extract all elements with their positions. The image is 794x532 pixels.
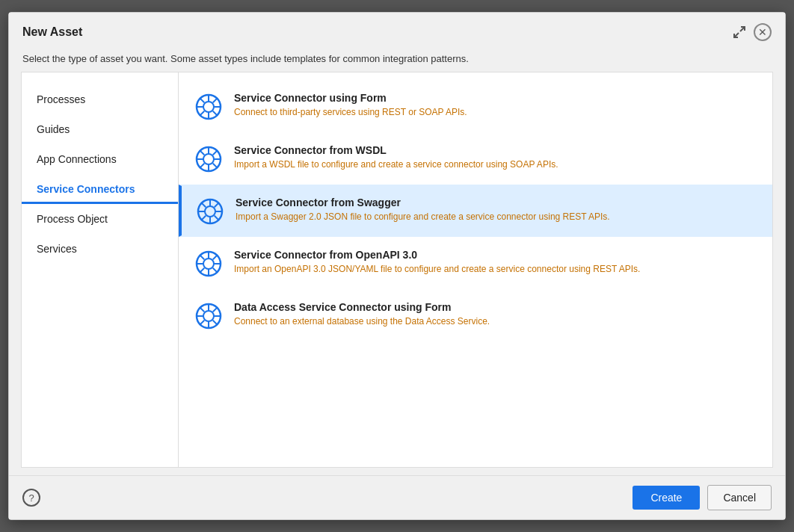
dialog-footer: ? Create Cancel [9,475,785,519]
asset-icon-sc-swagger [197,198,224,225]
svg-point-13 [203,154,214,164]
help-button[interactable]: ? [22,489,40,507]
svg-line-28 [201,202,206,207]
sidebar-item-processes[interactable]: Processes [22,84,178,114]
svg-line-19 [213,164,218,168]
svg-line-48 [200,307,204,312]
asset-desc-sc-openapi: Import an OpenAPI 3.0 JSON/YAML file to … [234,264,640,274]
svg-line-18 [200,150,204,155]
dialog-title: New Asset [22,25,82,39]
header-controls: ✕ [731,23,772,41]
svg-line-11 [200,111,204,116]
svg-point-23 [205,206,215,217]
svg-line-21 [200,164,204,168]
asset-item-sc-openapi[interactable]: Service Connector from OpenAPI 3.0 Impor… [179,237,772,289]
sidebar-item-app-connections[interactable]: App Connections [22,144,178,174]
svg-point-33 [203,259,214,269]
asset-text-sc-form: Service Connector using Form Connect to … [234,92,467,117]
svg-line-10 [213,98,218,102]
svg-line-20 [213,150,218,155]
dialog-body: Processes Guides App Connections Service… [9,72,785,475]
svg-line-8 [200,98,204,102]
inner-panel: Processes Guides App Connections Service… [21,72,773,468]
svg-line-51 [200,321,204,325]
asset-desc-sc-swagger: Import a Swagger 2.0 JSON file to config… [236,211,610,222]
asset-text-sc-wsdl: Service Connector from WSDL Import a WSD… [234,144,558,170]
asset-text-sc-das: Data Access Service Connector using Form… [234,301,490,327]
create-button[interactable]: Create [633,486,700,510]
svg-line-41 [200,268,204,273]
asset-title-sc-swagger: Service Connector from Swagger [236,197,610,208]
svg-line-49 [213,321,218,325]
asset-item-sc-das[interactable]: Data Access Service Connector using Form… [179,289,772,341]
svg-point-3 [203,102,214,112]
content-area: Service Connector using Form Connect to … [179,72,772,467]
asset-desc-sc-form: Connect to third-party services using RE… [234,107,467,117]
sidebar-item-guides[interactable]: Guides [22,114,178,144]
asset-icon-sc-wsdl [195,146,222,173]
svg-line-40 [213,255,218,259]
asset-item-sc-wsdl[interactable]: Service Connector from WSDL Import a WSD… [179,132,772,185]
svg-point-43 [203,311,214,321]
dialog-header: New Asset ✕ [9,13,785,49]
asset-title-sc-das: Data Access Service Connector using Form [234,301,490,313]
svg-line-31 [201,216,206,220]
asset-desc-sc-wsdl: Import a WSDL file to configure and crea… [234,159,558,170]
asset-icon-sc-form [195,93,222,120]
asset-desc-sc-das: Connect to an external database using th… [234,316,490,327]
asset-title-sc-wsdl: Service Connector from WSDL [234,144,558,156]
asset-icon-sc-openapi [195,250,222,277]
sidebar-item-service-connectors[interactable]: Service Connectors [22,174,178,204]
asset-text-sc-swagger: Service Connector from Swagger Import a … [236,197,610,222]
cancel-button[interactable]: Cancel [707,485,772,510]
svg-line-38 [200,255,204,259]
asset-title-sc-form: Service Connector using Form [234,92,467,104]
svg-line-50 [213,307,218,312]
sidebar: Processes Guides App Connections Service… [22,72,179,467]
asset-item-sc-form[interactable]: Service Connector using Form Connect to … [179,80,772,132]
sidebar-item-process-object[interactable]: Process Object [22,204,178,234]
asset-icon-sc-das [195,303,222,330]
sidebar-item-services[interactable]: Services [22,234,178,264]
svg-line-30 [215,202,219,207]
asset-item-sc-swagger[interactable]: Service Connector from Swagger Import a … [179,185,772,237]
asset-text-sc-openapi: Service Connector from OpenAPI 3.0 Impor… [234,249,640,274]
new-asset-dialog: New Asset ✕ Select the type of asset you… [8,12,786,520]
svg-line-39 [213,268,218,273]
close-button[interactable]: ✕ [754,23,772,41]
asset-title-sc-openapi: Service Connector from OpenAPI 3.0 [234,249,640,261]
expand-button[interactable] [731,24,748,40]
dialog-subtitle: Select the type of asset you want. Some … [9,49,785,72]
svg-line-9 [213,111,218,116]
svg-line-29 [215,216,219,220]
